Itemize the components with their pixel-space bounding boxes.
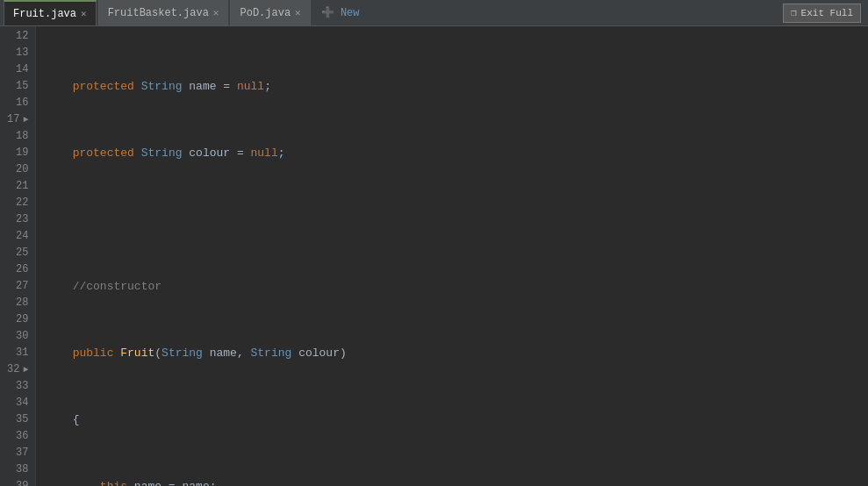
code-line-15: //constructor: [45, 278, 859, 295]
ln-22: 22: [7, 195, 28, 211]
line-numbers: 12 13 14 15 16 17► 18 19 20 21 22 23 24 …: [0, 26, 36, 486]
ln-37: 37: [7, 445, 28, 461]
tab-fruit-label: Fruit.java: [13, 8, 76, 20]
ln-25: 25: [7, 245, 28, 261]
tab-fruitbasket[interactable]: FruitBasket.java ✕: [98, 0, 229, 25]
new-tab-button[interactable]: ➕ New: [312, 0, 369, 25]
ln-36: 36: [7, 428, 28, 445]
ln-26: 26: [7, 261, 28, 278]
ln-17: 17►: [7, 111, 28, 128]
code-line-18: this.name = name;: [45, 478, 859, 486]
code-content[interactable]: protected String name = null; protected …: [36, 26, 868, 486]
code-line-17: {: [45, 411, 859, 428]
ln-34: 34: [7, 395, 28, 411]
ln-14: 14: [7, 61, 28, 78]
ln-33: 33: [7, 378, 28, 395]
editor-window: Fruit.java ✕ FruitBasket.java ✕ PoD.java…: [0, 0, 868, 486]
ln-18: 18: [7, 128, 28, 145]
ln-32: 32►: [7, 361, 28, 378]
tab-fruitbasket-close[interactable]: ✕: [213, 7, 219, 18]
code-line-12: protected String name = null;: [45, 78, 859, 95]
ln-27: 27: [7, 278, 28, 295]
ln-31: 31: [7, 345, 28, 361]
ln-24: 24: [7, 228, 28, 245]
ln-38: 38: [7, 461, 28, 478]
tab-fruit[interactable]: Fruit.java ✕: [4, 0, 97, 25]
exit-full-button[interactable]: ❐ Exit Full: [783, 4, 861, 23]
tab-bar: Fruit.java ✕ FruitBasket.java ✕ PoD.java…: [0, 0, 868, 26]
ln-30: 30: [7, 328, 28, 345]
code-line-16: public Fruit(String name, String colour): [45, 345, 859, 361]
ln-23: 23: [7, 211, 28, 228]
tab-fruitbasket-label: FruitBasket.java: [108, 7, 209, 19]
code-line-14: [45, 211, 859, 228]
tab-pod[interactable]: PoD.java ✕: [230, 0, 310, 25]
tab-pod-close[interactable]: ✕: [295, 7, 301, 18]
ln-39: 39: [7, 478, 28, 486]
tab-fruit-close[interactable]: ✕: [81, 8, 87, 19]
exit-full-label: Exit Full: [801, 8, 853, 18]
ln-20: 20: [7, 161, 28, 178]
ln-16: 16: [7, 95, 28, 111]
ln-29: 29: [7, 311, 28, 328]
ln-21: 21: [7, 178, 28, 195]
exit-full-icon: ❐: [791, 7, 797, 18]
tabs-container: Fruit.java ✕ FruitBasket.java ✕ PoD.java…: [4, 0, 369, 25]
ln-13: 13: [7, 45, 28, 61]
new-tab-label: ➕ New: [321, 6, 360, 19]
ln-28: 28: [7, 295, 28, 311]
ln-35: 35: [7, 411, 28, 428]
ln-15: 15: [7, 78, 28, 95]
ln-12: 12: [7, 28, 28, 45]
tab-pod-label: PoD.java: [240, 7, 291, 19]
ln-19: 19: [7, 145, 28, 161]
code-line-13: protected String colour = null;: [45, 145, 859, 161]
code-area[interactable]: 12 13 14 15 16 17► 18 19 20 21 22 23 24 …: [0, 26, 868, 486]
